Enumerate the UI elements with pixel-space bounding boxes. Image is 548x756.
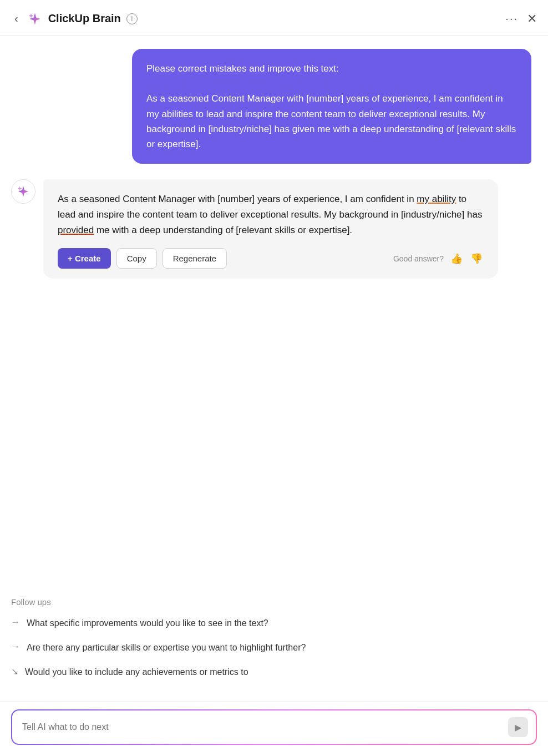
action-buttons: + Create Copy Regenerate Good answer? 👍 … [58,248,484,269]
ai-text-part3: me with a deep understanding of [relevan… [94,225,352,235]
follow-up-item-3[interactable]: ↘ Would you like to include any achievem… [11,666,537,679]
follow-up-arrow-3: ↘ [11,666,18,677]
ai-message-text: As a seasoned Content Manager with [numb… [58,191,484,238]
more-options-button[interactable]: ··· [505,12,518,25]
send-button[interactable]: ▶ [508,717,528,737]
chat-area: Please correct mistakes and improve this… [0,36,548,597]
follow-ups-section: Follow ups → What specific improvements … [0,597,548,701]
ai-message-bubble: As a seasoned Content Manager with [numb… [43,179,498,279]
follow-up-text-2: Are there any particular skills or exper… [27,641,306,654]
good-answer-label: Good answer? [393,254,444,263]
regenerate-button[interactable]: Regenerate [163,248,227,269]
header-title: ClickUp Brain [48,12,121,25]
ai-sparkle-icon [16,184,31,199]
thumbs-up-button[interactable]: 👍 [449,251,464,266]
header: ‹ ClickUp Brain i ··· ✕ [0,0,548,36]
ai-text-part1: As a seasoned Content Manager with [numb… [58,194,417,204]
header-left: ‹ ClickUp Brain i [11,10,500,27]
back-button[interactable]: ‹ [11,10,22,27]
follow-up-item-1[interactable]: → What specific improvements would you l… [11,617,537,630]
follow-up-text-1: What specific improvements would you lik… [27,617,268,630]
good-answer-section: Good answer? 👍 👎 [393,251,484,266]
ai-message-container: As a seasoned Content Manager with [numb… [11,179,537,279]
thumbs-down-icon: 👎 [470,253,483,264]
send-icon: ▶ [515,722,521,733]
follow-up-item-2[interactable]: → Are there any particular skills or exp… [11,641,537,654]
thumbs-down-button[interactable]: 👎 [469,251,484,266]
chat-input[interactable] [22,722,503,732]
copy-button[interactable]: Copy [116,248,157,269]
user-message-text: Please correct mistakes and improve this… [146,61,517,152]
header-actions: ··· ✕ [505,12,537,26]
input-area: ▶ [0,701,548,756]
follow-up-arrow-1: → [11,617,20,627]
input-wrapper: ▶ [11,709,537,745]
close-button[interactable]: ✕ [527,12,537,26]
ai-text-underline-ability: my ability [417,194,456,204]
follow-up-text-3: Would you like to include any achievemen… [25,666,248,679]
follow-up-arrow-2: → [11,642,20,652]
follow-ups-title: Follow ups [11,597,537,607]
ai-avatar [11,179,35,204]
info-icon[interactable]: i [126,13,138,24]
ai-text-underline-provided: provided [58,225,94,235]
create-button[interactable]: + Create [58,248,111,269]
clickup-brain-logo [27,11,43,27]
thumbs-up-icon: 👍 [450,253,463,264]
user-message-bubble: Please correct mistakes and improve this… [132,49,531,164]
